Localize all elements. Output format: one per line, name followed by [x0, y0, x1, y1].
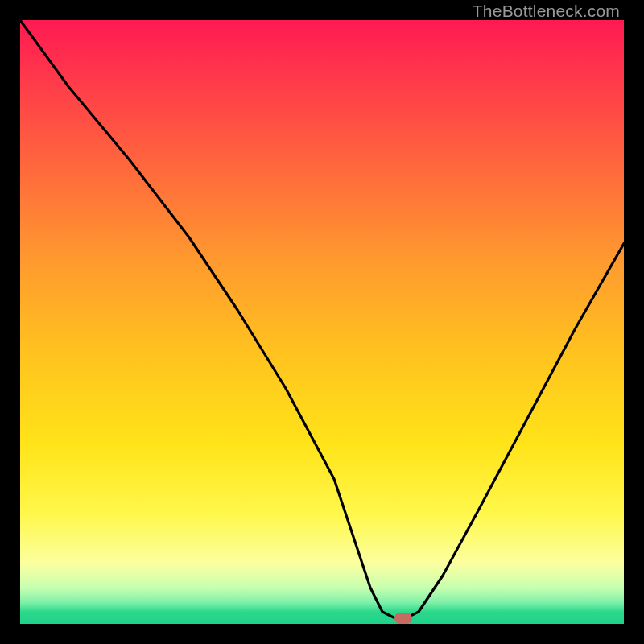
min-marker: [394, 613, 412, 624]
plot-area: [20, 20, 624, 624]
attribution-text: TheBottleneck.com: [473, 2, 620, 21]
chart-frame: TheBottleneck.com: [0, 0, 644, 644]
bottleneck-curve: [20, 20, 624, 624]
